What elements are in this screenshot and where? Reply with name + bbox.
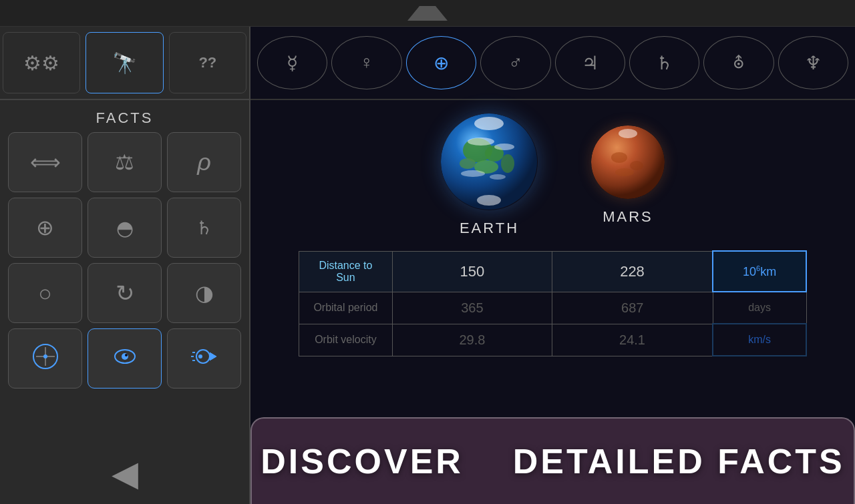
jupiter-button[interactable]: ♃	[555, 36, 625, 89]
toolbar: ⚙⚙ 🔭 ??	[0, 27, 249, 100]
svg-point-21	[490, 174, 506, 180]
distance-label: Distance to Sun	[299, 251, 392, 292]
help-button[interactable]: ??	[169, 32, 246, 93]
venus-icon: ♀	[360, 52, 374, 73]
discover-text: DISCOVER DETAILED FACTS	[261, 441, 844, 481]
fact-gravity-btn[interactable]: ⊕	[8, 198, 82, 258]
drag-handle[interactable]	[407, 6, 448, 21]
neptune-icon: ♆	[805, 52, 822, 74]
detailed-facts-text: DETAILED FACTS	[513, 442, 845, 481]
distance-unit[interactable]: 106km	[713, 251, 806, 292]
fact-orbit-btn[interactable]: ○	[8, 263, 82, 323]
svg-point-18	[468, 138, 494, 146]
data-table: Distance to Sun 150 228 106km Orbital	[299, 250, 807, 356]
left-panel: ⚙⚙ 🔭 ?? FACTS ⟺ ⚖ ρ ⊕	[0, 27, 250, 504]
velocity-label: Orbit velocity	[299, 324, 392, 356]
scale-icon: ⚖	[115, 150, 134, 175]
surface-icon: ◓	[116, 216, 134, 240]
compass-icon	[31, 342, 60, 376]
mars-icon: ♂	[508, 52, 522, 73]
earth-button[interactable]: ⊕	[406, 36, 476, 89]
back-icon: ◀	[112, 453, 138, 493]
saturn-icon: ♄	[656, 52, 673, 74]
content-area: EARTH	[250, 100, 855, 504]
svg-point-5	[122, 353, 128, 360]
facts-header: FACTS	[0, 100, 249, 132]
svg-point-20	[461, 170, 485, 177]
fact-surface-btn[interactable]: ◓	[88, 198, 162, 258]
gear-icon: ⚙⚙	[23, 51, 59, 75]
earth-display: EARTH	[441, 113, 538, 237]
saturn-button[interactable]: ♄	[629, 36, 699, 89]
gear-button[interactable]: ⚙⚙	[3, 32, 80, 93]
earth-distance-value: 150	[392, 251, 552, 292]
back-button[interactable]: ◀	[0, 447, 249, 504]
earth-nav-icon: ⊕	[434, 52, 449, 74]
mars-button[interactable]: ♂	[480, 36, 550, 89]
fact-compass-btn[interactable]	[8, 328, 82, 389]
mars-velocity-value: 24.1	[552, 324, 713, 356]
mercury-icon: ☿	[287, 52, 298, 74]
fact-rings-btn[interactable]: ♄	[167, 198, 241, 258]
svg-point-28	[619, 129, 637, 138]
fact-rotate-btn[interactable]: ↻	[88, 263, 162, 323]
svg-point-27	[615, 168, 634, 176]
discover-banner[interactable]: DISCOVER DETAILED FACTS	[250, 417, 855, 504]
fact-phase-btn[interactable]: ◑	[167, 263, 241, 323]
question-icon: ??	[198, 54, 216, 71]
svg-point-26	[630, 161, 643, 170]
table-row-orbital: Orbital period 365 687 days	[299, 292, 806, 324]
discover-word: DISCOVER	[261, 442, 464, 481]
earth-label: EARTH	[460, 220, 519, 237]
svg-point-6	[125, 354, 128, 356]
svg-point-23	[477, 195, 501, 206]
density-icon: ρ	[197, 148, 211, 176]
fact-scale-btn[interactable]: ⚖	[88, 132, 162, 192]
rings-icon: ♄	[196, 217, 212, 239]
gravity-icon: ⊕	[36, 215, 54, 240]
speed-icon	[190, 342, 219, 376]
fact-fish-btn[interactable]	[88, 328, 162, 389]
table-row-velocity: Orbit velocity 29.8 24.1 km/s	[299, 324, 806, 356]
uranus-button[interactable]: ⛢	[703, 36, 774, 89]
main-layout: ⚙⚙ 🔭 ?? FACTS ⟺ ⚖ ρ ⊕	[0, 27, 855, 504]
svg-point-17	[460, 158, 476, 169]
right-panel: ☿ ♀ ⊕ ♂ ♃ ♄ ⛢ ♆	[250, 27, 855, 504]
venus-button[interactable]: ♀	[331, 36, 401, 89]
phase-icon: ◑	[195, 280, 214, 306]
jupiter-icon: ♃	[582, 52, 598, 74]
earth-graphic	[441, 113, 538, 210]
mars-distance-value: 228	[552, 251, 713, 292]
earth-orbital-value: 365	[392, 292, 552, 324]
telescope-icon: 🔭	[112, 51, 137, 75]
orbital-label: Orbital period	[299, 292, 392, 324]
svg-point-19	[494, 144, 514, 150]
svg-point-22	[474, 117, 504, 130]
orbital-unit: days	[713, 292, 806, 324]
planet-nav: ☿ ♀ ⊕ ♂ ♃ ♄ ⛢ ♆	[250, 27, 855, 100]
compare-icon: ⟺	[30, 150, 61, 175]
uranus-icon: ⛢	[733, 53, 745, 72]
mars-graphic	[591, 125, 665, 199]
top-bar	[0, 0, 855, 27]
facts-grid: ⟺ ⚖ ρ ⊕ ◓ ♄ ○ ↻	[0, 132, 249, 397]
telescope-button[interactable]: 🔭	[86, 32, 163, 93]
mars-display: MARS	[591, 125, 665, 226]
neptune-button[interactable]: ♆	[778, 36, 848, 89]
earth-velocity-value: 29.8	[392, 324, 552, 356]
fact-speed-btn[interactable]	[167, 328, 241, 389]
mercury-button[interactable]: ☿	[257, 36, 327, 89]
velocity-unit: km/s	[713, 324, 806, 356]
mars-orbital-value: 687	[552, 292, 713, 324]
planets-display: EARTH	[441, 113, 665, 237]
svg-point-25	[611, 152, 627, 163]
table-row-distance: Distance to Sun 150 228 106km	[299, 251, 806, 292]
svg-point-8	[198, 354, 202, 358]
svg-point-3	[43, 354, 47, 358]
rotate-icon: ↻	[116, 280, 134, 306]
fact-density-btn[interactable]: ρ	[167, 132, 241, 192]
orbit-icon: ○	[38, 280, 52, 306]
svg-point-16	[501, 154, 514, 173]
fish-icon	[110, 342, 140, 376]
fact-compare-btn[interactable]: ⟺	[8, 132, 82, 192]
